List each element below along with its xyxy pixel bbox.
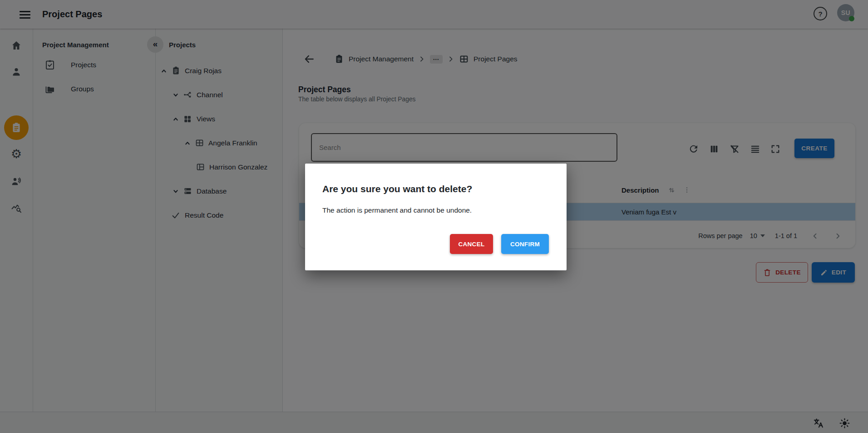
cancel-button[interactable]: CANCEL <box>450 234 493 254</box>
confirm-button[interactable]: CONFIRM <box>501 234 549 254</box>
dialog-title: Are you sure you want to delete? <box>322 184 472 194</box>
dialog-body: The action is permanent and cannot be un… <box>322 206 472 214</box>
dialog-actions: CANCEL CONFIRM <box>450 234 549 254</box>
confirm-delete-dialog: Are you sure you want to delete? The act… <box>305 164 567 270</box>
